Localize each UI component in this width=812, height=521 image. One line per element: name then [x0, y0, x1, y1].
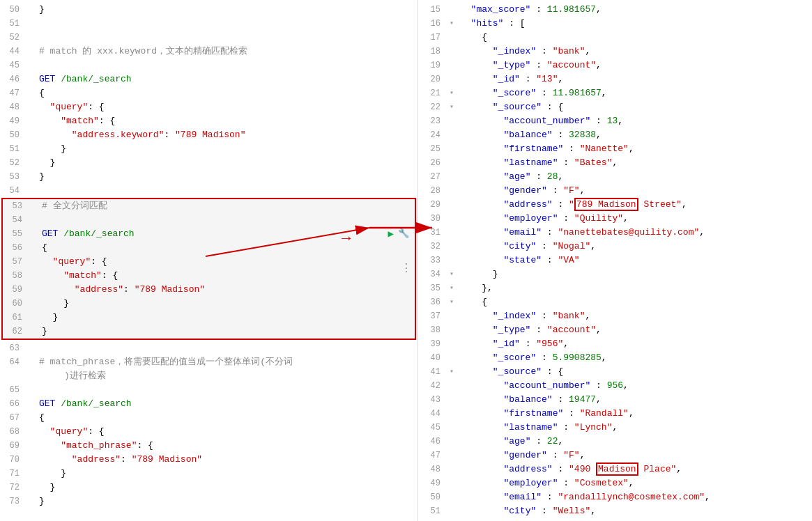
line-70: 70 "address": "789 Madison"	[0, 453, 418, 467]
line-47: 47 {	[0, 86, 418, 100]
line-73: 73 }	[0, 495, 418, 508]
highlight-block: 53 # 全文分词匹配 54 55 GET /bank/_search ▶ 🔧	[1, 198, 416, 340]
line-51: 51	[0, 17, 418, 31]
json-line-49: 49 "employer" : "Cosmetex",	[418, 476, 812, 490]
left-code-panel: 50 } 51 52 44 # match 的 xxx.keyword，文本的精…	[0, 0, 418, 521]
line-50: 50 }	[0, 3, 418, 17]
json-line-17: 17 {	[418, 31, 812, 45]
json-line-32: 32 "city" : "Nogal",	[418, 240, 812, 254]
json-line-22: 22 ▾ "_source" : {	[418, 100, 812, 114]
wrench-icon[interactable]: 🔧	[398, 227, 409, 241]
json-line-20: 20 "_id" : "13",	[418, 72, 812, 86]
json-line-34: 34 ▾ }	[418, 267, 812, 281]
line-59: 59 "address": "789 Madison"	[3, 283, 415, 297]
json-line-26: 26 "lastname" : "Bates",	[418, 156, 812, 170]
json-results: 15 "max_score" : 11.981657, 16 ▾ "hits" …	[418, 0, 812, 521]
json-line-40: 40 "_score" : 5.9908285,	[418, 351, 812, 365]
line-get-55: 55 GET /bank/_search ▶ 🔧	[3, 227, 415, 241]
line-51b: 51 }	[0, 142, 418, 156]
json-line-45: 45 "lastname" : "Lynch",	[418, 421, 812, 435]
json-line-28: 28 "gender" : "F",	[418, 184, 812, 198]
json-line-50: 50 "email" : "randalllynch@cosmetex.com"…	[418, 490, 812, 504]
json-line-19: 19 "_type" : "account",	[418, 59, 812, 72]
line-71: 71 }	[0, 467, 418, 481]
line-60: 60 }	[3, 297, 415, 311]
play-icon[interactable]: ▶	[388, 227, 394, 241]
line-62: 62 }	[3, 325, 415, 339]
line-comment-match-phrase2: )进行检索	[0, 369, 418, 383]
json-line-27: 27 "age" : 28,	[418, 170, 812, 184]
json-line-33: 33 "state" : "VA"	[418, 254, 812, 267]
json-line-43: 43 "balance" : 19477,	[418, 393, 812, 407]
line-blank-65: 65	[0, 383, 418, 397]
line-blank-54: 54	[0, 184, 418, 198]
code-editor: 50 } 51 52 44 # match 的 xxx.keyword，文本的精…	[0, 0, 418, 511]
json-line-47: 47 "gender" : "F",	[418, 449, 812, 462]
line-comment-match-keyword: 44 # match 的 xxx.keyword，文本的精确匹配检索	[0, 45, 418, 59]
json-line-51: 51 "city" : "Wells",	[418, 504, 812, 518]
line-comment-match-phrase: 64 # match_phrase，将需要匹配的值当成一个整体单词(不分词	[0, 355, 418, 369]
json-line-46: 46 "age" : 22,	[418, 435, 812, 449]
ellipsis-icon: ⋮	[401, 263, 412, 274]
json-line-23: 23 "account_number" : 13,	[418, 114, 812, 128]
line-67: 67 {	[0, 411, 418, 425]
line-blank-hl: 54	[3, 213, 415, 227]
line-52b: 52 }	[0, 156, 418, 170]
json-line-24: 24 "balance" : 32838,	[418, 128, 812, 142]
json-line-31: 31 "email" : "nanettebates@quility.com",	[418, 226, 812, 240]
line-48: 48 "query": {	[0, 100, 418, 114]
line-50b: 50 "address.keyword": "789 Madison"	[0, 128, 418, 142]
json-line-41: 41 ▾ "_source" : {	[418, 365, 812, 379]
json-line-15: 15 "max_score" : 11.981657,	[418, 3, 812, 17]
line-69: 69 "match_phrase": {	[0, 439, 418, 453]
json-line-25: 25 "firstname" : "Nanette",	[418, 142, 812, 156]
json-line-37: 37 "_index" : "bank",	[418, 309, 812, 323]
right-json-panel: 15 "max_score" : 11.981657, 16 ▾ "hits" …	[418, 0, 812, 521]
json-line-38: 38 "_type" : "account",	[418, 323, 812, 337]
json-line-44: 44 "firstname" : "Randall",	[418, 407, 812, 421]
json-line-16: 16 ▾ "hits" : [	[418, 17, 812, 31]
line-61: 61 }	[3, 311, 415, 325]
line-blank-45: 45	[0, 59, 418, 72]
right-arrow: →	[342, 230, 351, 247]
json-line-42: 42 "account_number" : 956,	[418, 379, 812, 393]
action-icons: ▶ 🔧	[388, 227, 409, 241]
json-line-48: 48 "address" : "490 Madison Place",	[418, 462, 812, 476]
line-blank-63: 63	[0, 341, 418, 355]
line-58: 58 "match": {	[3, 269, 415, 283]
line-68: 68 "query": {	[0, 425, 418, 439]
json-line-29: 29 "address" : "789 Madison Street",	[418, 198, 812, 212]
line-56: 56 {	[3, 241, 415, 255]
line-49: 49 "match": {	[0, 114, 418, 128]
line-52: 52	[0, 31, 418, 45]
json-line-30: 30 "employer" : "Quility",	[418, 212, 812, 226]
line-get-46: 46 GET /bank/_search	[0, 72, 418, 86]
json-line-36: 36 ▾ {	[418, 295, 812, 309]
line-get-66: 66 GET /bank/_search	[0, 397, 418, 411]
line-57: 57 "query": {	[3, 255, 415, 269]
json-line-39: 39 "_id" : "956",	[418, 337, 812, 351]
line-53b: 53 }	[0, 170, 418, 184]
json-line-21: 21 ▾ "_score" : 11.981657,	[418, 86, 812, 100]
line-comment-fulltext: 53 # 全文分词匹配	[3, 199, 415, 213]
line-72: 72 }	[0, 481, 418, 495]
json-line-18: 18 "_index" : "bank",	[418, 45, 812, 59]
json-line-35: 35 ▾ },	[418, 281, 812, 295]
